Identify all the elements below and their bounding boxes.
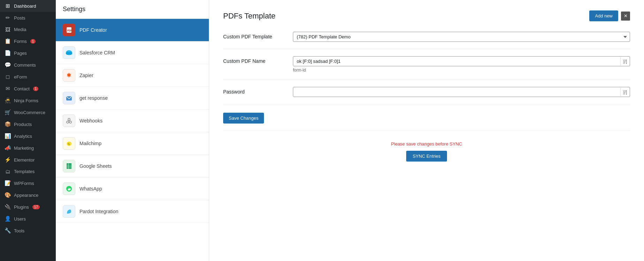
custom-pdf-template-label: Custom PDF Template	[223, 32, 293, 39]
pdf-creator-icon: PDF	[63, 24, 75, 36]
elementor-icon: ⚡	[4, 157, 11, 163]
sidebar-label-forms: Forms	[14, 39, 27, 44]
settings-label-mailchimp: Mailchimp	[79, 141, 101, 146]
zapier-icon: ✱	[63, 69, 75, 82]
sidebar-label-comments: Comments	[14, 62, 36, 68]
sidebar-item-appearance[interactable]: 🎨 Appearance	[0, 189, 56, 201]
wpforms-icon: 📝	[4, 180, 11, 186]
sync-note: Please save changes before SYNC	[223, 141, 630, 147]
sidebar-item-marketing[interactable]: 📣 Marketing	[0, 142, 56, 154]
woocommerce-icon: 🛒	[4, 109, 11, 115]
sidebar-label-wpforms: WPForms	[14, 181, 34, 186]
forms-badge: 1	[30, 39, 36, 44]
sidebar-item-media[interactable]: 🖼 Media	[0, 24, 56, 35]
contact-badge: 1	[33, 87, 39, 91]
settings-item-salesforce[interactable]: Salesforce CRM	[56, 42, 209, 64]
password-input[interactable]	[293, 87, 620, 97]
whatsapp-icon	[63, 182, 75, 195]
sidebar-label-marketing: Marketing	[14, 146, 34, 151]
users-icon: 👤	[4, 216, 11, 222]
dashboard-icon: ⊞	[4, 3, 11, 9]
sidebar-item-contact[interactable]: ✉ Contact 1	[0, 83, 56, 95]
custom-pdf-name-input[interactable]	[293, 57, 620, 66]
settings-item-zapier[interactable]: ✱ Zapier	[56, 64, 209, 87]
sidebar-label-templates: Templates	[14, 169, 35, 174]
sidebar-item-products[interactable]: 📦 Products	[0, 118, 56, 130]
password-label: Password	[223, 87, 293, 95]
save-row: Save Changes	[223, 113, 630, 131]
sidebar-label-tools: Tools	[14, 228, 24, 233]
sidebar-label-products: Products	[14, 122, 32, 127]
save-changes-button[interactable]: Save Changes	[223, 113, 264, 124]
sidebar-label-contact: Contact	[14, 86, 30, 91]
svg-point-4	[69, 52, 72, 55]
sidebar-item-wpforms[interactable]: 📝 WPForms	[0, 177, 56, 189]
custom-pdf-name-tag: [/]	[620, 58, 630, 65]
settings-item-google-sheets[interactable]: Google Sheets	[56, 155, 209, 178]
settings-label-get-response: get response	[79, 95, 108, 101]
add-new-button[interactable]: Add new	[589, 10, 618, 21]
sidebar-item-woocommerce[interactable]: 🛒 WooCommerce	[0, 106, 56, 118]
sidebar-label-woocommerce: WooCommerce	[14, 110, 45, 115]
sidebar-item-tools[interactable]: 🔧 Tools	[0, 225, 56, 237]
settings-item-webhooks[interactable]: Webhooks	[56, 110, 209, 132]
sync-entries-button[interactable]: SYNC Entries	[406, 151, 447, 162]
media-icon: 🖼	[4, 27, 11, 32]
sidebar-item-pages[interactable]: 📄 Pages	[0, 47, 56, 59]
sidebar-item-templates[interactable]: 🗂 Templates	[0, 166, 56, 177]
svg-text:PDF: PDF	[67, 29, 73, 32]
close-button[interactable]: ✕	[621, 12, 630, 21]
settings-label-google-sheets: Google Sheets	[79, 163, 112, 169]
settings-label-pardot: Pardot Integration	[79, 209, 118, 214]
sidebar-item-analytics[interactable]: 📊 Analytics	[0, 130, 56, 142]
settings-label-pdf-creator: PDF Creator	[79, 27, 107, 33]
sidebar-label-ninja-forms: Ninja Forms	[14, 98, 38, 103]
sidebar-label-appearance: Appearance	[14, 193, 38, 198]
page-title: PDFs Template	[223, 12, 275, 21]
custom-pdf-name-helper: form-id	[293, 68, 630, 73]
password-control: [/]	[293, 87, 630, 97]
pages-icon: 📄	[4, 50, 11, 56]
pdf-template-form: Custom PDF Template (782) PDF Template D…	[223, 32, 630, 162]
sidebar-item-forms[interactable]: 📋 Forms 1	[0, 35, 56, 47]
svg-point-15	[70, 142, 71, 144]
svg-point-13	[68, 143, 69, 144]
google-sheets-icon	[63, 160, 75, 172]
sidebar-label-analytics: Analytics	[14, 134, 32, 139]
sidebar-label-media: Media	[14, 27, 26, 32]
password-row: Password [/]	[223, 87, 630, 104]
sidebar-item-eform[interactable]: ◻ eForm	[0, 71, 56, 83]
sidebar-item-comments[interactable]: 💬 Comments	[0, 59, 56, 71]
settings-item-pardot[interactable]: Pardot Integration	[56, 200, 209, 223]
custom-pdf-template-select[interactable]: (782) PDF Template Demo	[293, 32, 630, 42]
settings-item-pdf-creator[interactable]: PDF PDF Creator	[56, 19, 209, 42]
settings-label-zapier: Zapier	[79, 73, 93, 78]
settings-item-mailchimp[interactable]: Mailchimp	[56, 132, 209, 155]
sidebar-label-users: Users	[14, 216, 26, 222]
sidebar-item-posts[interactable]: ✏ Posts	[0, 12, 56, 24]
custom-pdf-name-control: [/] form-id	[293, 56, 630, 73]
sidebar-label-plugins: Plugins	[14, 204, 29, 210]
sidebar-item-elementor[interactable]: ⚡ Elementor	[0, 154, 56, 166]
salesforce-icon	[63, 46, 75, 59]
custom-pdf-name-input-wrapper: [/]	[293, 56, 630, 66]
sidebar-item-ninja-forms[interactable]: 🥷 Ninja Forms	[0, 95, 56, 106]
settings-item-whatsapp[interactable]: WhatsApp	[56, 178, 209, 200]
custom-pdf-template-row: Custom PDF Template (782) PDF Template D…	[223, 32, 630, 49]
webhooks-icon	[63, 114, 75, 127]
sidebar-label-posts: Posts	[14, 15, 25, 21]
custom-pdf-name-label: Custom PDF Name	[223, 56, 293, 64]
svg-rect-16	[67, 163, 71, 169]
sidebar-item-plugins[interactable]: 🔌 Plugins 17	[0, 201, 56, 213]
templates-icon: 🗂	[4, 169, 11, 174]
sidebar-item-users[interactable]: 👤 Users	[0, 213, 56, 225]
settings-label-whatsapp: WhatsApp	[79, 186, 102, 192]
sidebar-label-dashboard: Dashboard	[14, 3, 36, 9]
password-input-wrapper: [/]	[293, 87, 630, 97]
analytics-icon: 📊	[4, 133, 11, 139]
svg-point-7	[69, 121, 71, 123]
settings-item-get-response[interactable]: get response	[56, 87, 209, 110]
sync-section: Please save changes before SYNC SYNC Ent…	[223, 141, 630, 162]
plugins-badge: 17	[32, 205, 40, 209]
sidebar-item-dashboard[interactable]: ⊞ Dashboard	[0, 0, 56, 12]
